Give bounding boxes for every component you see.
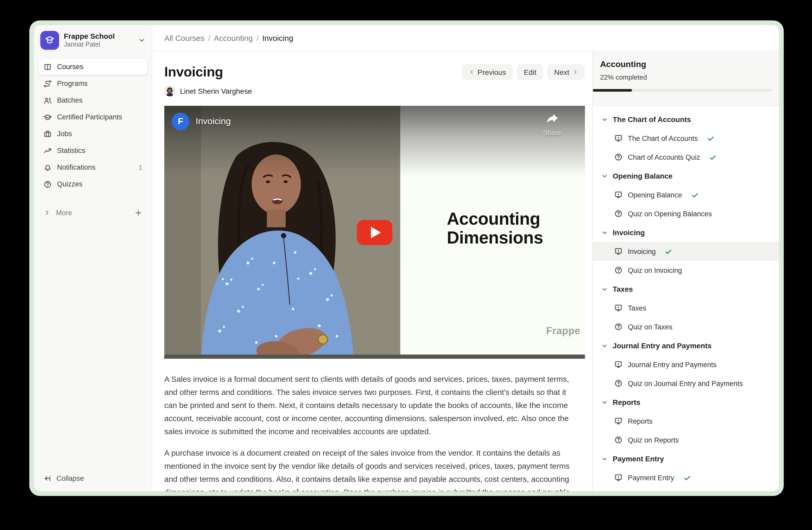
outline-section-the-chart-of-accounts[interactable]: The Chart of Accounts [593, 110, 779, 129]
monitor-play-icon [614, 473, 623, 482]
outline-item-quiz-on-journal-entry-and-payments[interactable]: Quiz on Journal Entry and Payments [593, 374, 779, 393]
sidebar-item-label: Batches [57, 96, 142, 104]
outline-section-reports[interactable]: Reports [593, 393, 779, 412]
app-window: Frappe School Jannat Patel Courses Progr… [34, 25, 779, 491]
outline-item-quiz-on-invoicing[interactable]: Quiz on Invoicing [593, 261, 779, 280]
breadcrumb: All Courses / Accounting / Invoicing [152, 25, 779, 51]
outline-item-invoicing[interactable]: Invoicing [593, 242, 779, 261]
share-label: Share [533, 129, 571, 137]
check-icon [691, 191, 699, 199]
outline-section-taxes[interactable]: Taxes [593, 280, 779, 298]
sidebar-item-label: Certified Participants [57, 113, 142, 121]
sidebar-item-label: Quizzes [57, 180, 142, 188]
breadcrumb-accounting[interactable]: Accounting [214, 33, 253, 42]
outline-item-label: The Chart of Accounts [628, 134, 698, 142]
workspace-switcher[interactable]: Frappe School Jannat Patel [38, 28, 147, 52]
sidebar-more[interactable]: More [38, 205, 147, 221]
outline-item-quiz-on-opening-balances[interactable]: Quiz on Opening Balances [593, 204, 779, 223]
collapse-label: Collapse [57, 474, 84, 482]
outline-item-payment-entry[interactable]: Payment Entry [593, 468, 779, 487]
outline-item-chart-of-accounts-quiz[interactable]: Chart of Accounts Quiz [593, 148, 779, 167]
outline-item-journal-entry-and-payments[interactable]: Journal Entry and Payments [593, 355, 779, 374]
plus-icon[interactable] [134, 209, 142, 217]
sidebar-item-label: Jobs [57, 130, 142, 138]
sidebar-item-courses[interactable]: Courses [38, 59, 147, 75]
outline-item-label: Invoicing [628, 248, 656, 255]
left-sidebar: Frappe School Jannat Patel Courses Progr… [34, 25, 152, 491]
monitor-play-icon [614, 247, 623, 255]
route-icon [43, 79, 52, 88]
outline-section-payment-entry[interactable]: Payment Entry [593, 449, 779, 468]
next-button[interactable]: Next [547, 64, 585, 80]
outline-item-label: Taxes [628, 304, 647, 312]
outline-section-opening-balance[interactable]: Opening Balance [593, 167, 779, 185]
outline-item-label: Payment Entry [628, 474, 674, 482]
play-button[interactable] [357, 220, 392, 245]
briefcase-icon [43, 130, 52, 138]
slide-title-line1: Accounting [447, 209, 543, 228]
next-label: Next [554, 68, 569, 76]
video-title[interactable]: Invoicing [196, 116, 231, 127]
edit-button[interactable]: Edit [517, 64, 543, 80]
graduation-cap-icon [43, 113, 52, 121]
outline-item-taxes[interactable]: Taxes [593, 298, 779, 317]
share-button[interactable]: Share [533, 113, 571, 137]
sidebar-item-statistics[interactable]: Statistics [38, 142, 147, 159]
collapse-sidebar-button[interactable]: Collapse [38, 470, 89, 486]
sidebar-item-jobs[interactable]: Jobs [38, 126, 147, 142]
outline-section-title: Payment Entry [613, 455, 664, 463]
slide-title-line2: Dimensions [447, 228, 543, 247]
previous-button[interactable]: Previous [462, 64, 513, 80]
outline-section-invoicing[interactable]: Invoicing [593, 223, 779, 242]
content-region: All Courses / Accounting / Invoicing Inv… [152, 25, 779, 491]
outline-item-quiz-on-taxes[interactable]: Quiz on Taxes [593, 317, 779, 336]
slide-title: Accounting Dimensions [447, 209, 543, 247]
outline-item-label: Opening Balance [628, 191, 682, 199]
outline-section-title: Journal Entry and Payments [613, 341, 712, 350]
outline-item-reports[interactable]: Reports [593, 412, 779, 431]
outline-item-label: Quiz on Opening Balances [628, 210, 712, 218]
share-arrow-icon [545, 113, 559, 125]
paragraph: A purchase invoice is a document created… [164, 446, 573, 491]
sidebar-item-quizzes[interactable]: Quizzes [38, 176, 147, 192]
frappe-logo-icon[interactable]: F [172, 113, 189, 130]
content-row: Invoicing Previous Edit [152, 51, 779, 491]
page-title: Invoicing [164, 64, 223, 80]
help-circle-icon [614, 266, 623, 275]
outline-section-title: Invoicing [613, 228, 645, 237]
sidebar-item-batches[interactable]: Batches [38, 92, 147, 108]
book-open-icon [43, 62, 52, 71]
monitor-play-icon [614, 360, 623, 369]
outline-item-quiz-on-reports[interactable]: Quiz on Reports [593, 431, 779, 449]
progress-fill [593, 89, 632, 92]
check-icon [709, 153, 717, 161]
outline-section-title: The Chart of Accounts [613, 115, 691, 124]
app-frame: Frappe School Jannat Patel Courses Progr… [29, 20, 784, 496]
outline-item-opening-balance[interactable]: Opening Balance [593, 185, 779, 204]
frappe-watermark: Frappe [546, 325, 580, 337]
outline-item-label: Quiz on Taxes [628, 323, 672, 331]
sidebar-item-programs[interactable]: Programs [38, 75, 147, 92]
play-icon [371, 227, 381, 238]
progress-label: 22% completed [600, 73, 772, 81]
previous-label: Previous [477, 68, 506, 76]
video-seekbar[interactable] [164, 354, 585, 359]
chevron-down-icon [601, 455, 608, 462]
chevron-left-icon [468, 69, 474, 75]
notification-count-badge: 1 [139, 164, 142, 171]
check-icon [707, 134, 714, 142]
frappe-school-logo-icon [40, 31, 59, 50]
video-player[interactable]: F Invoicing Share [164, 106, 585, 359]
breadcrumb-all-courses[interactable]: All Courses [164, 33, 204, 42]
collapse-icon [43, 474, 51, 482]
sidebar-item-certified-participants[interactable]: Certified Participants [38, 109, 147, 125]
outline-header: Accounting 22% completed [593, 51, 779, 106]
check-icon [683, 474, 691, 482]
outline-section-title: Opening Balance [613, 172, 672, 180]
sidebar-item-notifications[interactable]: Notifications 1 [38, 159, 147, 176]
outline-item-the-chart-of-accounts[interactable]: The Chart of Accounts [593, 129, 779, 148]
outline-item-label: Quiz on Reports [628, 436, 679, 444]
outline-section-journal-entry-and-payments[interactable]: Journal Entry and Payments [593, 336, 779, 355]
lesson-nav-buttons: Previous Edit Next [462, 64, 585, 80]
help-circle-icon [614, 323, 623, 331]
